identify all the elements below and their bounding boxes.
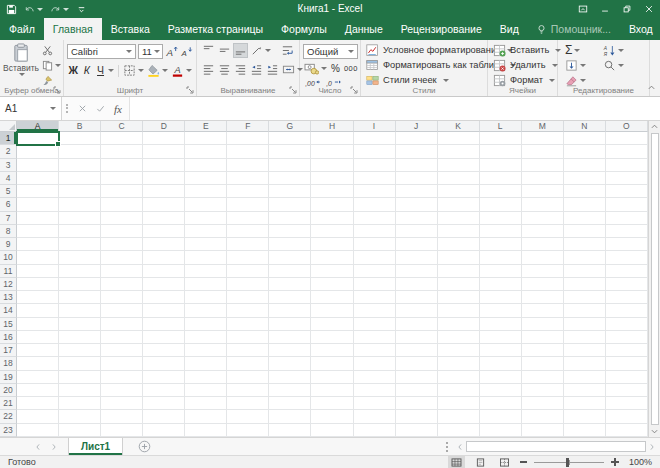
cell[interactable] [564,424,606,437]
zoom-level[interactable]: 100% [626,457,652,467]
cell[interactable] [354,251,396,264]
increase-font-size-icon[interactable]: А [165,45,178,58]
cell[interactable] [59,318,101,331]
cell[interactable] [396,251,438,264]
cell[interactable] [354,278,396,291]
cell[interactable] [185,397,227,410]
cell[interactable] [438,318,480,331]
format-painter-icon[interactable] [42,75,53,86]
cell[interactable] [522,331,564,344]
cell[interactable] [354,172,396,185]
cell[interactable] [564,159,606,172]
cell[interactable] [480,410,522,423]
row-header[interactable]: 19 [0,371,17,384]
cell[interactable] [354,397,396,410]
ribbon-display-options-button[interactable] [572,0,594,18]
cell[interactable] [269,225,311,238]
cell[interactable] [396,384,438,397]
cell[interactable] [480,318,522,331]
cell[interactable] [143,397,185,410]
cell[interactable] [269,185,311,198]
scroll-right-icon[interactable] [646,440,658,453]
cell[interactable] [143,357,185,370]
cell[interactable] [269,251,311,264]
cell[interactable] [311,265,353,278]
cell[interactable] [311,424,353,437]
cell[interactable] [438,357,480,370]
cell[interactable] [143,344,185,357]
cell[interactable] [227,304,269,317]
sheet-tab[interactable]: Лист1 [68,438,123,455]
cell[interactable] [59,424,101,437]
row-header[interactable]: 2 [0,145,17,158]
cell[interactable] [17,185,59,198]
cell[interactable] [101,278,143,291]
cell[interactable] [354,291,396,304]
cell[interactable] [227,132,269,145]
cell[interactable] [143,278,185,291]
cell[interactable] [311,410,353,423]
cell[interactable] [269,132,311,145]
cell[interactable] [227,397,269,410]
cell[interactable] [606,159,648,172]
cell[interactable] [143,304,185,317]
enter-icon[interactable] [96,104,105,113]
row-header[interactable]: 16 [0,331,17,344]
cell[interactable] [564,251,606,264]
cell[interactable] [311,291,353,304]
cell[interactable] [606,251,648,264]
cell[interactable] [101,225,143,238]
column-header[interactable]: A [17,121,59,132]
cell[interactable] [227,251,269,264]
cell[interactable] [269,344,311,357]
cell[interactable] [269,357,311,370]
cell[interactable] [143,132,185,145]
clear-button[interactable] [565,74,603,87]
cell[interactable] [185,424,227,437]
column-header[interactable]: F [227,121,269,132]
cell[interactable] [606,185,648,198]
row-header[interactable]: 15 [0,318,17,331]
cell[interactable] [59,212,101,225]
restore-button[interactable] [616,0,638,18]
cell[interactable] [564,304,606,317]
save-icon[interactable] [6,4,17,15]
align-left-icon[interactable] [202,63,215,76]
row-header[interactable]: 22 [0,410,17,423]
cell[interactable] [480,371,522,384]
cell[interactable] [143,265,185,278]
cell[interactable] [17,344,59,357]
cell[interactable] [59,265,101,278]
cell[interactable] [17,357,59,370]
cell[interactable] [396,238,438,251]
cell[interactable] [354,225,396,238]
row-header[interactable]: 14 [0,304,17,317]
row-header[interactable]: 10 [0,251,17,264]
ribbon-tab[interactable]: Формулы [272,18,336,40]
cell[interactable] [311,331,353,344]
tell-me-assistant[interactable]: Помощник... [528,18,619,40]
font-name-select[interactable]: Calibri [67,44,136,59]
cell[interactable] [438,371,480,384]
cell[interactable] [606,318,648,331]
cell[interactable] [522,145,564,158]
cell[interactable] [269,265,311,278]
cell[interactable] [311,384,353,397]
cell[interactable] [522,344,564,357]
cell[interactable] [185,371,227,384]
cell[interactable] [143,251,185,264]
cell[interactable] [564,238,606,251]
cell[interactable] [480,185,522,198]
cell[interactable] [354,198,396,211]
sign-in-button[interactable]: Вход [619,18,660,40]
cell[interactable] [480,225,522,238]
row-header[interactable]: 23 [0,424,17,437]
cell[interactable] [101,344,143,357]
cell[interactable] [522,410,564,423]
cell[interactable] [185,410,227,423]
cell[interactable] [564,225,606,238]
cell[interactable] [227,185,269,198]
cell[interactable] [396,225,438,238]
cell[interactable] [227,384,269,397]
minimize-button[interactable] [594,0,616,18]
